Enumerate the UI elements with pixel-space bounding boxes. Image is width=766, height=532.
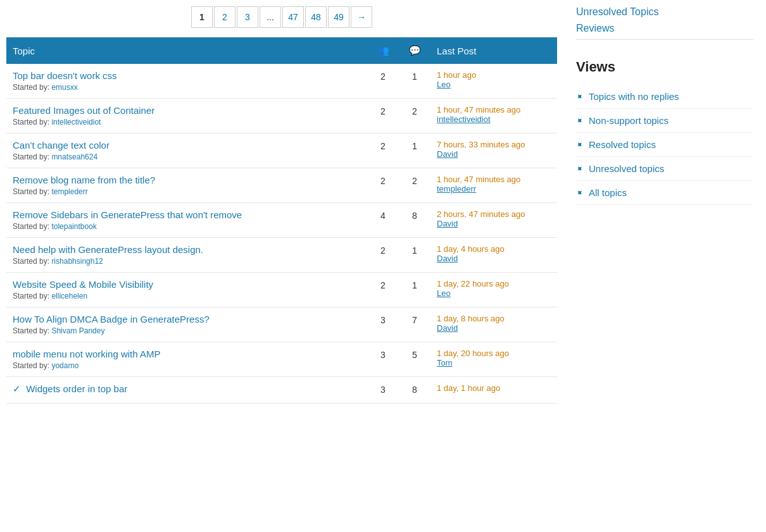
last-post-cell: 1 day, 22 hours agoLeo — [430, 273, 557, 307]
topic-author-link[interactable]: templederr — [51, 187, 87, 196]
last-post-author-link[interactable]: templederr — [437, 184, 551, 194]
sidebar-view-link[interactable]: All topics — [589, 187, 627, 198]
topic-title-link[interactable]: Can't change text color — [13, 140, 361, 151]
topic-cell: Can't change text colorStarted by: mnats… — [6, 133, 367, 168]
voices-icon: 👥 — [377, 45, 389, 56]
last-post-time: 2 hours, 47 minutes ago — [437, 209, 551, 219]
last-post-cell: 1 day, 8 hours agoDavid — [430, 307, 557, 342]
page-47[interactable]: 47 — [282, 6, 304, 28]
table-row: Website Speed & Mobile VisibilityStarted… — [6, 273, 557, 307]
last-post-time: 1 day, 20 hours ago — [437, 349, 551, 358]
topic-title-link[interactable]: Remove blog name from the title? — [13, 175, 361, 185]
topic-title-link[interactable]: Need help with GeneratePress layout desi… — [13, 244, 361, 255]
table-row: Remove blog name from the title?Started … — [6, 168, 557, 203]
voices-count: 2 — [367, 238, 399, 273]
topic-author-link[interactable]: Shivam Pandey — [51, 326, 104, 335]
topic-cell: ✓ Widgets order in top bar — [6, 377, 367, 404]
resolved-icon: ✓ — [13, 383, 23, 394]
topic-title-link[interactable]: Top bar doesn't work css — [13, 70, 361, 81]
last-post-author-link[interactable]: intellectiveidiot — [437, 114, 551, 124]
table-row: Can't change text colorStarted by: mnats… — [6, 133, 557, 168]
next-page-button[interactable]: → — [351, 6, 372, 28]
topic-meta: Started by: ellicehelen — [13, 292, 361, 300]
page-3[interactable]: 3 — [237, 6, 258, 28]
last-post-author-link[interactable]: David — [437, 254, 551, 263]
topic-meta: Started by: mnatseah624 — [13, 152, 361, 161]
pin-icon: ✦ — [574, 139, 586, 151]
topic-author-link[interactable]: intellectiveidiot — [51, 118, 101, 127]
topic-meta: Started by: tolepaintbook — [13, 222, 361, 231]
last-post-time: 1 hour ago — [437, 70, 551, 80]
col-header-topic: Topic — [6, 37, 367, 64]
pin-icon: ✦ — [574, 163, 586, 175]
last-post-time: 1 day, 4 hours ago — [437, 244, 551, 254]
voices-count: 3 — [367, 342, 399, 377]
topic-title-link[interactable]: ✓ Widgets order in top bar — [13, 383, 361, 395]
topic-author-link[interactable]: mnatseah624 — [51, 152, 97, 161]
sidebar-view-link[interactable]: Non-support topics — [589, 115, 669, 126]
topic-cell: Remove blog name from the title?Started … — [6, 168, 367, 203]
posts-count: 1 — [399, 64, 430, 99]
posts-count: 1 — [399, 238, 430, 273]
sidebar-top-link[interactable]: Reviews — [576, 23, 753, 34]
topic-author-link[interactable]: emusxx — [51, 83, 77, 92]
voices-count: 2 — [367, 273, 399, 307]
topic-author-link[interactable]: ellicehelen — [51, 292, 87, 300]
last-post-cell: 7 hours, 33 minutes agoDavid — [430, 133, 557, 168]
voices-count: 3 — [367, 307, 399, 342]
voices-count: 2 — [367, 99, 399, 133]
posts-count: 2 — [399, 168, 430, 203]
topic-author-link[interactable]: tolepaintbook — [51, 222, 96, 231]
topic-cell: Featured Images out of ContainerStarted … — [6, 99, 367, 133]
page-2[interactable]: 2 — [214, 6, 235, 28]
views-title: Views — [576, 59, 753, 75]
pin-icon: ✦ — [574, 90, 586, 103]
pin-icon: ✦ — [574, 114, 586, 127]
page-1[interactable]: 1 — [191, 6, 213, 28]
sidebar-view-item: ✦Resolved topics — [576, 133, 753, 157]
last-post-author-link[interactable]: David — [437, 323, 551, 333]
last-post-time: 1 hour, 47 minutes ago — [437, 175, 551, 184]
topic-title-link[interactable]: Remove Sidebars in GeneratePress that wo… — [13, 209, 361, 220]
topic-title-link[interactable]: Website Speed & Mobile Visibility — [13, 279, 361, 290]
last-post-author-link[interactable]: David — [437, 219, 551, 228]
sidebar-view-item: ✦All topics — [576, 181, 753, 205]
posts-count: 2 — [399, 99, 430, 133]
posts-count: 5 — [399, 342, 430, 377]
topic-author-link[interactable]: yodamo — [51, 361, 78, 370]
last-post-author-link[interactable]: Leo — [437, 288, 551, 298]
topic-title-link[interactable]: mobile menu not working with AMP — [13, 349, 361, 359]
sidebar-view-link[interactable]: Resolved topics — [589, 139, 656, 150]
last-post-time: 1 day, 1 hour ago — [437, 383, 551, 393]
topics-table: Topic 👥 💬 Last Post Top bar doesn't work… — [6, 37, 557, 404]
topic-title-link[interactable]: How To Align DMCA Badge in GeneratePress… — [13, 314, 361, 325]
page-48[interactable]: 48 — [305, 6, 327, 28]
last-post-cell: 1 day, 20 hours agoTom — [430, 342, 557, 377]
last-post-time: 1 day, 22 hours ago — [437, 279, 551, 288]
last-post-time: 1 hour, 47 minutes ago — [437, 105, 551, 114]
col-header-voices: 👥 — [367, 37, 399, 64]
last-post-author-link[interactable]: Leo — [437, 80, 551, 89]
last-post-author-link[interactable]: David — [437, 149, 551, 159]
sidebar-view-link[interactable]: Topics with no replies — [589, 91, 679, 102]
topic-meta: Started by: emusxx — [13, 83, 361, 92]
sidebar: Unresolved TopicsReviews Views ✦Topics w… — [563, 6, 766, 404]
col-header-posts: 💬 — [399, 37, 430, 64]
last-post-cell: 1 hour agoLeo — [430, 64, 557, 99]
pagination-dots: ... — [260, 6, 281, 28]
pin-icon: ✦ — [574, 187, 586, 199]
topic-meta: Started by: rishabhsingh12 — [13, 257, 361, 266]
topic-author-link[interactable]: rishabhsingh12 — [51, 257, 103, 266]
voices-count: 3 — [367, 377, 399, 404]
sidebar-view-link[interactable]: Unresolved topics — [589, 163, 664, 174]
views-section: Views ✦Topics with no replies✦Non-suppor… — [576, 39, 753, 205]
topic-title-link[interactable]: Featured Images out of Container — [13, 105, 361, 116]
last-post-author-link[interactable]: Tom — [437, 358, 551, 368]
voices-count: 2 — [367, 168, 399, 203]
table-row: mobile menu not working with AMPStarted … — [6, 342, 557, 377]
topic-cell: Website Speed & Mobile VisibilityStarted… — [6, 273, 367, 307]
topic-cell: Need help with GeneratePress layout desi… — [6, 238, 367, 273]
page-49[interactable]: 49 — [328, 6, 349, 28]
sidebar-top-link[interactable]: Unresolved Topics — [576, 6, 753, 18]
table-row: ✓ Widgets order in top bar381 day, 1 hou… — [6, 377, 557, 404]
